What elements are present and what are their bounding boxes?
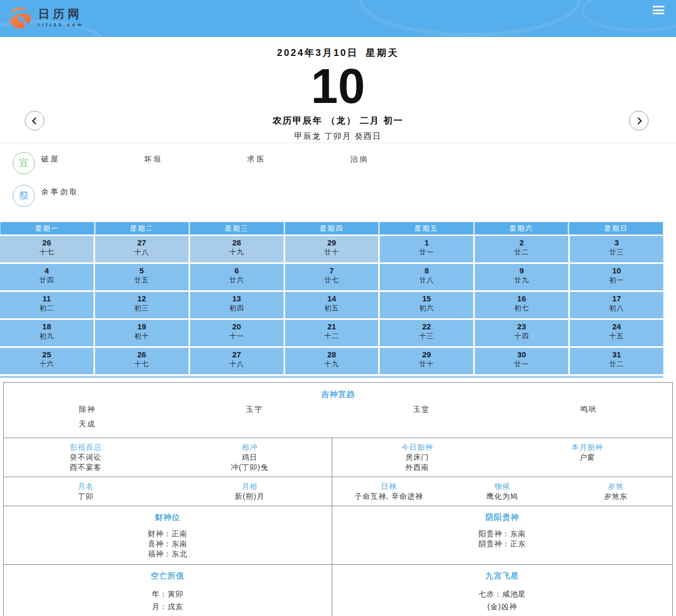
day-lunar: 初六 xyxy=(380,304,473,313)
day-number: 5 xyxy=(95,266,189,275)
day-lunar: 廿四 xyxy=(0,276,93,285)
info-block-title: 财神位 xyxy=(4,513,332,523)
calendar-day-cell[interactable]: 24十五 xyxy=(570,320,663,346)
info-column: 彭祖百忌癸不词讼酉不宴客 xyxy=(4,442,168,472)
calendar-day-cell[interactable]: 9廿九 xyxy=(475,264,568,290)
almanac-detail-table: 吉神宜趋 除神玉宇玉堂鸣吠天成 彭祖百忌癸不词讼酉不宴客相冲鸡日冲(丁卯)兔 今… xyxy=(3,382,673,616)
calendar-day-cell[interactable]: 16初七 xyxy=(475,292,568,318)
calendar-day-cell[interactable]: 11初二 xyxy=(0,292,93,318)
calendar-day-cell[interactable]: 28十九 xyxy=(285,348,379,374)
calendar-day-cell[interactable]: 18初九 xyxy=(0,320,93,346)
calendar-day-cell[interactable]: 31廿二 xyxy=(570,348,663,374)
day-lunar: 十六 xyxy=(0,359,93,369)
calendar-day-cell[interactable]: 21十二 xyxy=(285,320,379,346)
yi-row: 宜 破屋坏垣求医治病 xyxy=(0,150,676,183)
info-block-title: 阴阳贵神 xyxy=(332,513,672,523)
calendar-day-cell[interactable]: 26十七 xyxy=(0,236,93,262)
weekday-header: 星期一 xyxy=(1,222,94,234)
info-value: 岁煞东 xyxy=(559,491,672,501)
calendar-day-cell[interactable]: 10初一 xyxy=(570,264,663,290)
calendar-day-cell[interactable]: 27十八 xyxy=(95,236,189,262)
section-jishen: 吉神宜趋 除神玉宇玉堂鸣吠天成 xyxy=(4,383,672,438)
day-lunar: 初五 xyxy=(285,304,379,313)
info-value: 房床门 xyxy=(332,452,502,462)
day-number: 29 xyxy=(285,238,379,247)
calendar-day-cell[interactable]: 15初六 xyxy=(380,292,473,318)
day-number: 28 xyxy=(285,350,379,359)
info-value: 鹰化为鸠 xyxy=(446,491,559,501)
yi-badge: 宜 xyxy=(13,152,35,174)
calendar-day-cell[interactable]: 6廿六 xyxy=(190,264,284,290)
calendar-footer-bar xyxy=(0,376,663,378)
calendar-day-cell[interactable]: 8廿八 xyxy=(380,264,473,290)
day-number-large: 10 xyxy=(0,60,676,112)
day-lunar: 廿十 xyxy=(285,248,379,257)
weekday-header: 星期四 xyxy=(285,222,379,234)
calendar-day-cell[interactable]: 2廿二 xyxy=(475,236,568,262)
logo-subtitle: rili33.com xyxy=(38,22,84,27)
info-column-title: 月相 xyxy=(168,481,332,491)
calendar-day-cell[interactable]: 13初四 xyxy=(190,292,284,318)
logo-text-group: 日历网 rili33.com xyxy=(38,8,84,27)
month-right: 日禄子命互禄, 辛命进禄物候鹰化为鸠岁煞岁煞东 xyxy=(332,477,672,506)
next-day-button[interactable] xyxy=(629,111,649,130)
calendar-day-cell[interactable]: 29廿十 xyxy=(285,236,379,262)
day-lunar: 廿二 xyxy=(570,359,663,369)
calendar-day-cell[interactable]: 28十九 xyxy=(190,236,284,262)
day-lunar: 十二 xyxy=(285,331,379,341)
calendar-day-cell[interactable]: 25十六 xyxy=(0,348,93,374)
calendar-day-cell[interactable]: 30廿一 xyxy=(475,348,568,374)
section-gods-row: 财神位财神：正南喜神：东南福神：东北 阴阳贵神阳贵神：东南阴贵神：正东 xyxy=(4,506,672,565)
menu-icon[interactable] xyxy=(653,6,665,16)
info-value: 子命互禄, 辛命进禄 xyxy=(332,491,446,501)
day-number: 17 xyxy=(570,294,663,303)
day-number: 27 xyxy=(95,238,189,247)
weekday-header: 星期日 xyxy=(569,222,663,234)
calendar-day-cell[interactable]: 23十四 xyxy=(475,320,568,346)
calendar-day-cell[interactable]: 19初十 xyxy=(95,320,189,346)
calendar-day-cell[interactable]: 7廿七 xyxy=(285,264,379,290)
day-number: 3 xyxy=(570,238,663,247)
info-column-title: 今日胎神 xyxy=(332,442,502,452)
calendar-day-cell[interactable]: 12初三 xyxy=(95,292,189,318)
info-block-lines: 年：寅卯月：戌亥日：戌亥 xyxy=(152,587,184,616)
jishen-item: 除神 xyxy=(4,405,171,420)
calendar-day-cell[interactable]: 4廿四 xyxy=(0,264,93,290)
info-value: 鸡日 xyxy=(168,452,332,462)
calendar-day-cell[interactable]: 20十一 xyxy=(190,320,284,346)
info-column: 月相新(朔)月 xyxy=(168,481,332,501)
date-panel: 2024年3月10日星期天 10 农历甲辰年 （龙） 二月 初一 甲辰龙 丁卯月… xyxy=(0,37,676,143)
app-header: 日历网 rili33.com xyxy=(0,0,676,37)
calendar-day-cell[interactable]: 5廿五 xyxy=(95,264,189,290)
info-block-lines: 阳贵神：东南阴贵神：正东 xyxy=(478,529,526,549)
info-value: 阳贵神：东南 xyxy=(478,529,526,539)
day-number: 22 xyxy=(380,322,473,331)
calendar-day-cell[interactable]: 1廿一 xyxy=(380,236,473,262)
site-logo[interactable]: 日历网 rili33.com xyxy=(7,5,84,30)
calendar-day-cell[interactable]: 26十七 xyxy=(95,348,189,374)
day-lunar: 初四 xyxy=(190,304,284,313)
calendar-day-cell[interactable]: 14初五 xyxy=(285,292,379,318)
jishen-item: 玉堂 xyxy=(338,405,505,420)
calendar-day-cell[interactable]: 27十八 xyxy=(190,348,284,374)
day-number: 20 xyxy=(190,322,284,331)
day-number: 2 xyxy=(475,238,568,247)
day-lunar: 初三 xyxy=(95,304,189,313)
info-block-lines: 七赤：咸池星(金)凶神日五行：佛灯火 xyxy=(475,587,530,616)
calendar-day-cell[interactable]: 29廿十 xyxy=(380,348,473,374)
calendar-day-cell[interactable]: 17初八 xyxy=(570,292,663,318)
info-value: 七赤：咸池星 xyxy=(475,587,530,600)
info-value: 户窗 xyxy=(502,452,672,462)
info-value: 年：寅卯 xyxy=(152,587,184,600)
calendar-day-cell[interactable]: 22十三 xyxy=(380,320,473,346)
caishen-block: 财神位财神：正南喜神：东南福神：东北 xyxy=(4,506,332,564)
yi-items: 破屋坏垣求医治病 xyxy=(35,150,453,168)
info-column: 月名丁卯 xyxy=(4,481,168,501)
month-calendar: 星期一星期二星期三星期四星期五星期六星期日 26十七27十八28十九29廿十1廿… xyxy=(0,222,663,378)
weekday-header: 星期六 xyxy=(475,222,568,234)
calendar-day-cell[interactable]: 3廿三 xyxy=(570,236,663,262)
day-lunar: 初十 xyxy=(95,331,189,341)
previous-day-button[interactable] xyxy=(25,111,44,130)
info-value: 冲(丁卯)兔 xyxy=(168,462,332,472)
day-number: 12 xyxy=(95,294,189,303)
